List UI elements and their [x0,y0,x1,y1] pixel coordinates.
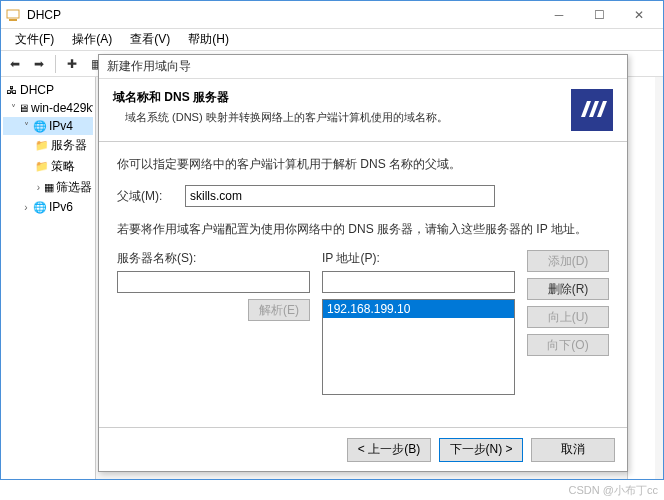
cancel-button[interactable]: 取消 [531,438,615,462]
remove-button[interactable]: 删除(R) [527,278,609,300]
tree-root-label: DHCP [20,83,54,97]
ip-address-input[interactable] [322,271,515,293]
app-icon [5,7,21,23]
tree-child-0[interactable]: 📁 服务器 [3,135,93,156]
tree-ipv6-label: IPv6 [49,200,73,214]
main-titlebar: DHCP ─ ☐ ✕ [1,1,663,29]
tree-view[interactable]: 🖧 DHCP ˅ 🖥 win-de429kv ˅ 🌐 IPv4 📁 服务器 📁 … [1,77,96,479]
maximize-button[interactable]: ☐ [579,1,619,29]
tree-ipv6[interactable]: › 🌐 IPv6 [3,198,93,216]
ip-address-label: IP 地址(P): [322,250,515,267]
forward-icon[interactable]: ➡ [29,54,49,74]
menu-action[interactable]: 操作(A) [64,29,120,50]
next-button[interactable]: 下一步(N) > [439,438,523,462]
tree-child-0-label: 服务器 [51,137,87,154]
dhcp-icon: 🖧 [4,83,18,97]
up-button[interactable]: 向上(U) [527,306,609,328]
wizard-header-sub: 域名系统 (DNS) 映射并转换网络上的客户端计算机使用的域名称。 [113,110,571,125]
parent-domain-input[interactable] [185,185,495,207]
menubar: 文件(F) 操作(A) 查看(V) 帮助(H) [1,29,663,51]
wizard-footer: < 上一步(B) 下一步(N) > 取消 [99,427,627,471]
close-button[interactable]: ✕ [619,1,659,29]
wizard-mid-text: 若要将作用域客户端配置为使用你网络中的 DNS 服务器，请输入这些服务器的 IP… [117,221,609,238]
tree-ipv4[interactable]: ˅ 🌐 IPv4 [3,117,93,135]
server-name-input[interactable] [117,271,310,293]
ip-listbox[interactable]: 192.168.199.10 [322,299,515,395]
back-icon[interactable]: ⬅ [5,54,25,74]
ip-list-item[interactable]: 192.168.199.10 [323,300,514,318]
wizard-intro: 你可以指定要网络中的客户端计算机用于解析 DNS 名称的父域。 [117,156,609,173]
tree-child-2[interactable]: › ▦ 筛选器 [3,177,93,198]
ipv6-icon: 🌐 [33,200,47,214]
tree-server-label: win-de429kv [31,101,93,115]
wizard-title: 新建作用域向导 [107,58,191,75]
main-title: DHCP [27,8,539,22]
menu-help[interactable]: 帮助(H) [180,29,237,50]
wizard-header: 域名称和 DNS 服务器 域名系统 (DNS) 映射并转换网络上的客户端计算机使… [99,79,627,142]
parent-domain-label: 父域(M): [117,188,185,205]
tree-root[interactable]: 🖧 DHCP [3,81,93,99]
resolve-button[interactable]: 解析(E) [248,299,310,321]
add-icon[interactable]: ✚ [62,54,82,74]
expand-icon[interactable]: › [35,182,42,193]
watermark: CSDN @小布丁cc [569,483,658,498]
tree-child-1[interactable]: 📁 策略 [3,156,93,177]
actions-pane [627,77,655,479]
wizard-header-title: 域名称和 DNS 服务器 [113,89,571,106]
menu-view[interactable]: 查看(V) [122,29,178,50]
tree-server[interactable]: ˅ 🖥 win-de429kv [3,99,93,117]
filter-icon: ▦ [44,181,54,195]
wizard-titlebar[interactable]: 新建作用域向导 [99,55,627,79]
folder-icon: 📁 [35,160,49,174]
collapse-icon[interactable]: ˅ [21,121,31,132]
expand-icon[interactable]: › [21,202,31,213]
svg-rect-1 [9,19,17,21]
wizard-header-icon [571,89,613,131]
wizard-body: 你可以指定要网络中的客户端计算机用于解析 DNS 名称的父域。 父域(M): 若… [99,142,627,405]
svg-rect-0 [7,10,19,18]
collapse-icon[interactable]: ˅ [11,103,16,114]
folder-icon: 📁 [35,139,49,153]
down-button[interactable]: 向下(O) [527,334,609,356]
tree-child-1-label: 策略 [51,158,75,175]
wizard-dialog: 新建作用域向导 域名称和 DNS 服务器 域名系统 (DNS) 映射并转换网络上… [98,54,628,472]
tree-child-2-label: 筛选器 [56,179,92,196]
menu-file[interactable]: 文件(F) [7,29,62,50]
tree-ipv4-label: IPv4 [49,119,73,133]
back-button[interactable]: < 上一步(B) [347,438,431,462]
server-name-label: 服务器名称(S): [117,250,310,267]
server-icon: 🖥 [18,101,29,115]
ipv4-icon: 🌐 [33,119,47,133]
minimize-button[interactable]: ─ [539,1,579,29]
add-button[interactable]: 添加(D) [527,250,609,272]
